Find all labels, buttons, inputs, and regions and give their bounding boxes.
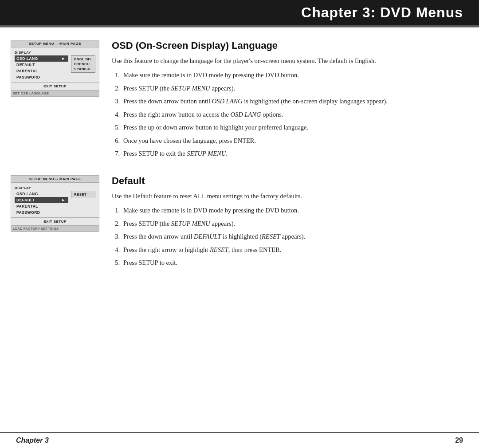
- osd-menu-item-password: PASSWORD: [15, 74, 68, 80]
- osd-submenu-french: FRENCH: [71, 62, 95, 67]
- default-menu-left: OSD LANG DEFAULT ► PARENTAL PASSWORD: [15, 191, 68, 216]
- default-parental-label: PARENTAL: [16, 204, 38, 208]
- default-menu-body: DISPLAY OSD LANG DEFAULT ► PARENTAL: [11, 183, 99, 217]
- osd-intro: Use this feature to change the language …: [112, 56, 461, 66]
- osd-menu-item-default: DEFAULT: [15, 62, 68, 68]
- default-osdlang-label: OSD LANG: [16, 192, 38, 196]
- default-intro: Use the Default feature to reset ALL men…: [112, 191, 461, 201]
- default-menu-item-password: PASSWORD: [15, 209, 68, 216]
- osd-menu-title: SETUP MENU -- MAIN PAGE: [11, 40, 99, 47]
- footer-chapter-label: Chapter 3: [16, 436, 49, 444]
- default-steps-list: 1. Make sure the remote is in DVD mode b…: [112, 205, 461, 267]
- main-content: SETUP MENU -- MAIN PAGE DISPLAY OSD LANG…: [0, 28, 479, 280]
- default-menu-item-osdlang: OSD LANG: [15, 191, 68, 197]
- default-menu-submenu: RESET: [71, 191, 95, 198]
- osd-text-content: OSD (On-Screen Display) Language Use thi…: [112, 40, 461, 162]
- osd-arrow-icon: ►: [62, 56, 66, 61]
- osd-menu-row: OSD LANG ► DEFAULT PARENTAL PASSWORD: [15, 55, 95, 80]
- osd-menu-mockup: SETUP MENU -- MAIN PAGE DISPLAY OSD LANG…: [11, 40, 99, 97]
- osd-step-5: 5. Press the up or down arrow button to …: [112, 122, 461, 132]
- osd-menu-footer: SET OSD LANGUAGE: [11, 90, 99, 96]
- page-footer: Chapter 3 29: [0, 432, 479, 448]
- default-menu-footer: LOAD FACTORY SETTINGS: [11, 225, 99, 232]
- osd-menu-submenu: ENGLISH FRENCH SPANISH: [71, 55, 95, 73]
- default-step-5: 5. Press SETUP to exit.: [112, 258, 461, 267]
- osd-step-3: 3. Press the down arrow button until OSD…: [112, 96, 461, 106]
- osd-menu-item-osdlang: OSD LANG ►: [15, 55, 68, 62]
- osd-item-label: OSD LANG: [16, 56, 38, 61]
- osd-section: SETUP MENU -- MAIN PAGE DISPLAY OSD LANG…: [11, 40, 461, 162]
- osd-menu-display-label: DISPLAY: [15, 49, 95, 55]
- osd-submenu-spanish: SPANISH: [71, 67, 95, 71]
- default-menu-title: SETUP MENU -- MAIN PAGE: [11, 176, 99, 183]
- osd-password-label: PASSWORD: [16, 75, 40, 79]
- osd-step-4: 4. Press the right arrow button to acces…: [112, 110, 461, 119]
- default-menu-item-default: DEFAULT ►: [15, 197, 68, 203]
- default-menu-exit: EXIT SETUP: [11, 217, 99, 225]
- default-step-1: 1. Make sure the remote is in DVD mode b…: [112, 205, 461, 215]
- default-menu-display-label: DISPLAY: [15, 185, 95, 191]
- default-heading: Default: [112, 175, 461, 187]
- osd-submenu-english: ENGLISH: [71, 57, 95, 62]
- default-menu-mockup: SETUP MENU -- MAIN PAGE DISPLAY OSD LANG…: [11, 175, 99, 232]
- default-password-label: PASSWORD: [16, 210, 40, 215]
- osd-step-6: 6. Once you have chosen the language, pr…: [112, 136, 461, 145]
- footer-page-number: 29: [455, 436, 463, 444]
- default-menu-item-parental: PARENTAL: [15, 203, 68, 209]
- default-submenu-reset: RESET: [71, 192, 95, 197]
- osd-default-label: DEFAULT: [16, 63, 35, 67]
- osd-steps-list: 1. Make sure the remote is in DVD mode b…: [112, 70, 461, 158]
- osd-menu-item-parental: PARENTAL: [15, 68, 68, 74]
- osd-menu-left: OSD LANG ► DEFAULT PARENTAL PASSWORD: [15, 55, 68, 80]
- page-header: Chapter 3: DVD Menus: [0, 0, 479, 27]
- osd-step-7: 7. Press SETUP to exit the SETUP MENU.: [112, 149, 461, 158]
- default-section: SETUP MENU -- MAIN PAGE DISPLAY OSD LANG…: [11, 175, 461, 271]
- osd-menu-exit: EXIT SETUP: [11, 82, 99, 90]
- osd-parental-label: PARENTAL: [16, 69, 38, 73]
- default-step-2: 2. Press SETUP (the SETUP MENU appears).: [112, 219, 461, 228]
- osd-heading: OSD (On-Screen Display) Language: [112, 40, 461, 51]
- default-arrow-icon: ►: [62, 198, 66, 202]
- default-text-content: Default Use the Default feature to reset…: [112, 175, 461, 271]
- osd-menu-body: DISPLAY OSD LANG ► DEFAULT PARENTAL: [11, 47, 99, 82]
- default-step-3: 3. Press the down arrow until DEFAULT is…: [112, 232, 461, 241]
- osd-step-2: 2. Press SETUP (the SETUP MENU appears).: [112, 83, 461, 93]
- default-item-label: DEFAULT: [16, 198, 35, 202]
- osd-step-1: 1. Make sure the remote is in DVD mode b…: [112, 70, 461, 80]
- header-title: Chapter 3: DVD Menus: [301, 4, 463, 20]
- default-menu-row: OSD LANG DEFAULT ► PARENTAL PASSWORD: [15, 191, 95, 216]
- default-step-4: 4. Press the right arrow to highlight RE…: [112, 245, 461, 255]
